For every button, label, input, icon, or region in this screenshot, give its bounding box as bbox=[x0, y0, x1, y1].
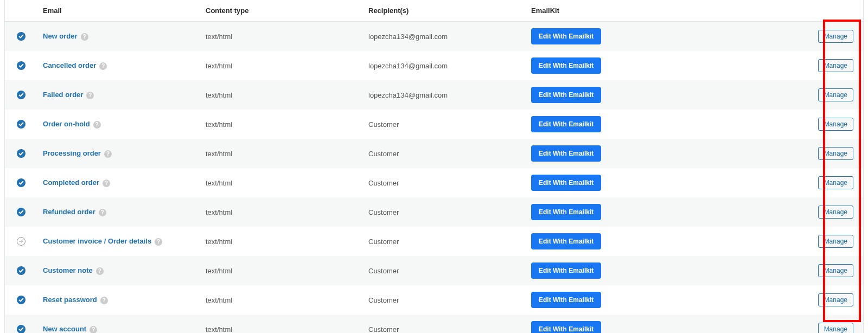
edit-with-emailkit-button[interactable]: Edit With Emailkit bbox=[531, 292, 601, 308]
status-enabled-icon bbox=[17, 266, 25, 275]
edit-with-emailkit-button[interactable]: Edit With Emailkit bbox=[531, 57, 601, 74]
help-icon[interactable]: ? bbox=[93, 121, 101, 129]
table-row: Refunded order?text/htmlCustomerEdit Wit… bbox=[5, 197, 863, 227]
edit-with-emailkit-button[interactable]: Edit With Emailkit bbox=[531, 204, 601, 220]
recipients-cell: Customer bbox=[363, 315, 526, 333]
help-icon[interactable]: ? bbox=[90, 326, 97, 333]
status-enabled-icon bbox=[17, 296, 25, 304]
help-icon[interactable]: ? bbox=[96, 267, 104, 275]
email-settings-table-wrap: Email Content type Recipient(s) EmailKit… bbox=[4, 0, 864, 333]
status-enabled-icon bbox=[17, 325, 25, 333]
manage-button[interactable]: Manage bbox=[818, 30, 853, 43]
content-type-cell: text/html bbox=[200, 197, 363, 227]
email-name-link[interactable]: Customer note bbox=[43, 266, 93, 274]
content-type-cell: text/html bbox=[200, 285, 363, 315]
edit-with-emailkit-button[interactable]: Edit With Emailkit bbox=[531, 87, 601, 103]
table-row: Customer invoice / Order details?text/ht… bbox=[5, 227, 863, 256]
edit-with-emailkit-button[interactable]: Edit With Emailkit bbox=[531, 145, 601, 162]
status-enabled-icon bbox=[17, 178, 25, 187]
table-row: New account?text/htmlCustomerEdit With E… bbox=[5, 315, 863, 333]
help-icon[interactable]: ? bbox=[104, 150, 112, 158]
recipients-cell: Customer bbox=[363, 110, 526, 139]
content-type-cell: text/html bbox=[200, 256, 363, 285]
content-type-cell: text/html bbox=[200, 139, 363, 168]
status-enabled-icon bbox=[17, 32, 25, 41]
email-name-link[interactable]: Refunded order bbox=[43, 208, 95, 216]
header-status bbox=[5, 0, 37, 22]
help-icon[interactable]: ? bbox=[103, 180, 110, 187]
edit-with-emailkit-button[interactable]: Edit With Emailkit bbox=[531, 321, 601, 333]
help-icon[interactable]: ? bbox=[155, 238, 162, 246]
email-name-link[interactable]: Cancelled order bbox=[43, 61, 96, 69]
email-settings-table: Email Content type Recipient(s) EmailKit… bbox=[5, 0, 863, 333]
manage-button[interactable]: Manage bbox=[818, 88, 853, 101]
recipients-cell: lopezcha134@gmail.com bbox=[363, 22, 526, 52]
manage-button[interactable]: Manage bbox=[818, 147, 853, 160]
header-content-type: Content type bbox=[200, 0, 363, 22]
header-email: Email bbox=[37, 0, 200, 22]
manage-button[interactable]: Manage bbox=[818, 206, 853, 219]
table-row: Failed order?text/htmllopezcha134@gmail.… bbox=[5, 80, 863, 110]
email-name-link[interactable]: Failed order bbox=[43, 91, 83, 99]
status-manual-icon bbox=[17, 237, 25, 246]
manage-button[interactable]: Manage bbox=[818, 59, 853, 72]
manage-button[interactable]: Manage bbox=[818, 293, 853, 306]
recipients-cell: Customer bbox=[363, 168, 526, 197]
help-icon[interactable]: ? bbox=[86, 92, 94, 99]
email-name-link[interactable]: New account bbox=[43, 325, 86, 333]
help-icon[interactable]: ? bbox=[99, 209, 106, 216]
header-recipients: Recipient(s) bbox=[363, 0, 526, 22]
content-type-cell: text/html bbox=[200, 168, 363, 197]
content-type-cell: text/html bbox=[200, 110, 363, 139]
recipients-cell: Customer bbox=[363, 197, 526, 227]
manage-button[interactable]: Manage bbox=[818, 176, 853, 189]
status-enabled-icon bbox=[17, 149, 25, 158]
edit-with-emailkit-button[interactable]: Edit With Emailkit bbox=[531, 175, 601, 191]
table-row: Customer note?text/htmlCustomerEdit With… bbox=[5, 256, 863, 285]
manage-button[interactable]: Manage bbox=[818, 118, 853, 131]
recipients-cell: Customer bbox=[363, 285, 526, 315]
table-row: Cancelled order?text/htmllopezcha134@gma… bbox=[5, 51, 863, 80]
content-type-cell: text/html bbox=[200, 80, 363, 110]
manage-button[interactable]: Manage bbox=[818, 323, 853, 333]
email-name-link[interactable]: New order bbox=[43, 32, 78, 40]
status-enabled-icon bbox=[17, 61, 25, 70]
recipients-cell: lopezcha134@gmail.com bbox=[363, 51, 526, 80]
email-name-link[interactable]: Reset password bbox=[43, 296, 97, 304]
table-row: Processing order?text/htmlCustomerEdit W… bbox=[5, 139, 863, 168]
manage-button[interactable]: Manage bbox=[818, 235, 853, 248]
edit-with-emailkit-button[interactable]: Edit With Emailkit bbox=[531, 262, 601, 279]
edit-with-emailkit-button[interactable]: Edit With Emailkit bbox=[531, 116, 601, 132]
recipients-cell: Customer bbox=[363, 227, 526, 256]
status-enabled-icon bbox=[17, 208, 25, 216]
email-name-link[interactable]: Order on-hold bbox=[43, 120, 90, 128]
header-emailkit: EmailKit bbox=[526, 0, 797, 22]
content-type-cell: text/html bbox=[200, 51, 363, 80]
help-icon[interactable]: ? bbox=[100, 297, 108, 304]
help-icon[interactable]: ? bbox=[81, 33, 88, 41]
status-enabled-icon bbox=[17, 91, 25, 99]
manage-button[interactable]: Manage bbox=[818, 264, 853, 277]
table-header-row: Email Content type Recipient(s) EmailKit bbox=[5, 0, 863, 22]
content-type-cell: text/html bbox=[200, 22, 363, 52]
email-name-link[interactable]: Processing order bbox=[43, 149, 101, 157]
table-row: Order on-hold?text/htmlCustomerEdit With… bbox=[5, 110, 863, 139]
recipients-cell: Customer bbox=[363, 139, 526, 168]
table-row: Reset password?text/htmlCustomerEdit Wit… bbox=[5, 285, 863, 315]
edit-with-emailkit-button[interactable]: Edit With Emailkit bbox=[531, 233, 601, 249]
header-manage bbox=[797, 0, 863, 22]
help-icon[interactable]: ? bbox=[99, 62, 107, 70]
edit-with-emailkit-button[interactable]: Edit With Emailkit bbox=[531, 28, 601, 44]
content-type-cell: text/html bbox=[200, 227, 363, 256]
content-type-cell: text/html bbox=[200, 315, 363, 333]
recipients-cell: Customer bbox=[363, 256, 526, 285]
email-name-link[interactable]: Customer invoice / Order details bbox=[43, 237, 151, 245]
table-row: Completed order?text/htmlCustomerEdit Wi… bbox=[5, 168, 863, 197]
table-row: New order?text/htmllopezcha134@gmail.com… bbox=[5, 22, 863, 52]
email-name-link[interactable]: Completed order bbox=[43, 178, 99, 187]
recipients-cell: lopezcha134@gmail.com bbox=[363, 80, 526, 110]
status-enabled-icon bbox=[17, 120, 25, 129]
